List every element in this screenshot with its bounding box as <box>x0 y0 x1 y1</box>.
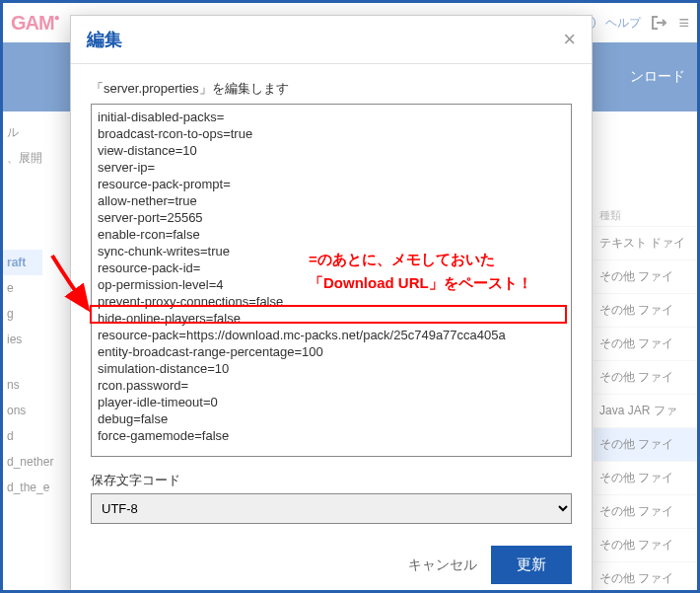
annotation-text: =のあとに、メモしておいた 「Download URL」をペースト！ <box>309 248 532 295</box>
annotation-line1: =のあとに、メモしておいた <box>309 251 495 267</box>
modal-header: 編集 × <box>71 16 592 64</box>
annotation-arrow-icon <box>48 252 98 321</box>
close-icon[interactable]: × <box>563 29 576 50</box>
encoding-label: 保存文字コード <box>91 472 572 489</box>
edit-modal: 編集 × 「server.properties」を編集します 保存文字コード U… <box>70 15 593 593</box>
modal-title: 編集 <box>87 28 122 51</box>
modal-footer: キャンセル 更新 <box>71 532 592 593</box>
annotation-line2: 「Download URL」をペースト！ <box>309 274 532 291</box>
modal-description: 「server.properties」を編集します <box>91 80 572 98</box>
update-button[interactable]: 更新 <box>491 546 572 584</box>
cancel-button[interactable]: キャンセル <box>408 556 477 574</box>
modal-body: 「server.properties」を編集します 保存文字コード UTF-8 <box>71 64 592 532</box>
encoding-select[interactable]: UTF-8 <box>91 493 572 524</box>
